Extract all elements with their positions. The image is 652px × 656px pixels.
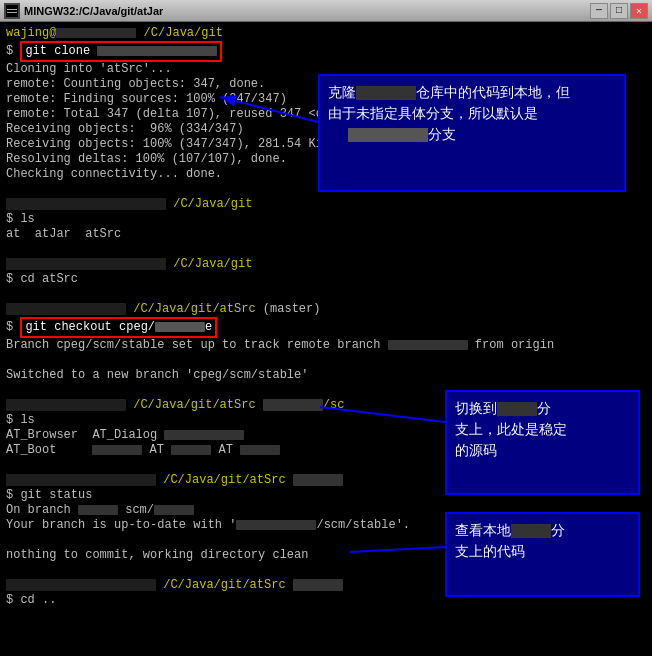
annotation-box-1: 克隆仓库中的代码到本地，但由于未指定具体分支，所以默认是分支: [318, 74, 626, 192]
line-14: /C/Java/git: [6, 257, 646, 272]
window-title: MINGW32:/C/Java/git/atJar: [24, 5, 163, 17]
maximize-button[interactable]: □: [610, 3, 628, 19]
window-icon: [4, 3, 20, 19]
line-16: /C/Java/git/atSrc (master): [6, 302, 646, 317]
annotation-box-3: 查看本地分支上的代码: [445, 512, 640, 597]
line-11: /C/Java/git: [6, 197, 646, 212]
minimize-button[interactable]: ─: [590, 3, 608, 19]
line-12: $ ls: [6, 212, 646, 227]
line-19-switched: Switched to a new branch 'cpeg/scm/stabl…: [6, 368, 646, 383]
line-blank-2: [6, 242, 646, 257]
svg-rect-1: [7, 9, 17, 10]
line-blank-4: [6, 353, 646, 368]
line-17-checkout: $ git checkout cpeg/e: [6, 317, 646, 338]
title-bar: MINGW32:/C/Java/git/atJar ─ □ ✕: [0, 0, 652, 22]
terminal-area: wajing@ /C/Java/git $ git clone Cloning …: [0, 22, 652, 656]
line-13: at atJar atSrc: [6, 227, 646, 242]
annotation-box-2: 切换到分支上，此处是稳定的源码: [445, 390, 640, 495]
close-button[interactable]: ✕: [630, 3, 648, 19]
line-18: Branch cpeg/scm/stable set up to track r…: [6, 338, 646, 353]
line-1: wajing@ /C/Java/git: [6, 26, 646, 41]
line-2-clone: $ git clone: [6, 41, 646, 62]
line-blank-3: [6, 287, 646, 302]
line-15: $ cd atSrc: [6, 272, 646, 287]
svg-rect-2: [7, 12, 17, 13]
svg-rect-0: [6, 5, 18, 17]
